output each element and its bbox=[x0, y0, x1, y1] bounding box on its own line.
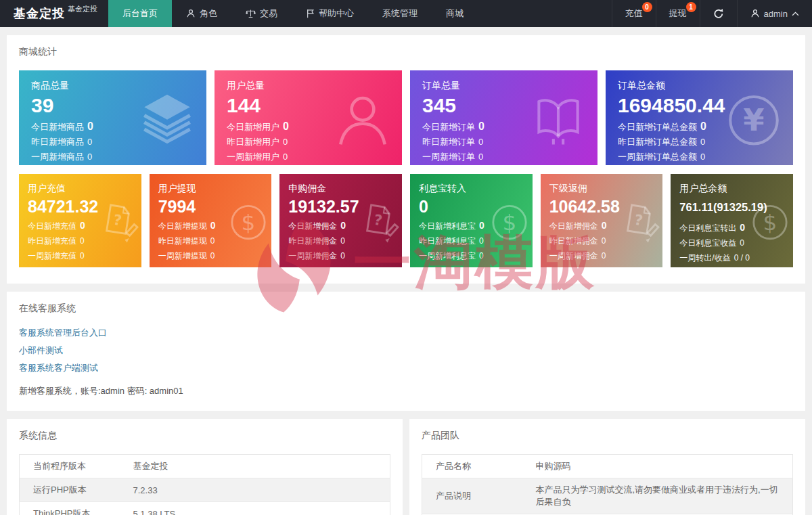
stat-line-label: 昨日新增利息宝 bbox=[419, 236, 476, 246]
service-title: 在线客服系统 bbox=[19, 303, 793, 315]
stat-line-value: 0 bbox=[340, 220, 346, 231]
table-row: 产品说明本产品只为学习测试交流,请勿要做商业或者用于违法行为,一切后果自负 bbox=[422, 478, 793, 514]
stat-line-value: 0 bbox=[479, 236, 484, 246]
stat-card-goods-total: 商品总量39今日新增商品0昨日新增商品0一周新增商品0 bbox=[19, 70, 206, 165]
stat-line-value: 0 bbox=[87, 152, 92, 162]
stat-line-value: 0 bbox=[479, 220, 484, 231]
book-icon bbox=[527, 89, 589, 152]
stat-line-label: 一周新增充值 bbox=[28, 251, 76, 261]
stat-line-label: 今日新增充值 bbox=[28, 221, 76, 231]
dollar-icon: $ bbox=[748, 201, 792, 244]
stat-line-label: 昨日新增订单 bbox=[422, 137, 475, 147]
service-link-3[interactable]: 客服系统客户端测试 bbox=[19, 362, 793, 374]
svg-text:$: $ bbox=[502, 210, 516, 236]
admin-menu[interactable]: admin bbox=[737, 0, 812, 27]
stat-line-label: 今日新增佣金 bbox=[549, 221, 598, 231]
stat-card-purchase-commission: 申购佣金19132.57今日新增佣金0昨日新增佣金0一周新增佣金0? bbox=[279, 174, 402, 267]
app-title: 基金定投 bbox=[14, 5, 65, 22]
nav-item-label: 角色 bbox=[200, 7, 217, 20]
scales-icon bbox=[246, 9, 256, 18]
stat-line-label: 今日新增佣金 bbox=[288, 221, 337, 231]
recharge-button[interactable]: 充值 0 bbox=[612, 0, 656, 27]
nav-item-label: 系统管理 bbox=[382, 7, 418, 20]
stat-line-value: 0 bbox=[340, 251, 345, 261]
stat-line-value: 0 bbox=[700, 137, 705, 147]
svg-text:?: ? bbox=[373, 211, 384, 229]
stat-line-value: 0 bbox=[80, 251, 85, 261]
svg-text:?: ? bbox=[112, 211, 122, 229]
doc-icon: ? bbox=[618, 201, 661, 244]
stat-line-value: 0 bbox=[80, 220, 85, 231]
row-label: 产品说明 bbox=[422, 478, 529, 514]
mall-stats-panel: 商城统计 商品总量39今日新增商品0昨日新增商品0一周新增商品0用户总量144今… bbox=[7, 35, 805, 284]
nav-item-label: 后台首页 bbox=[122, 7, 158, 20]
mall-stats-title: 商城统计 bbox=[19, 46, 793, 58]
stat-line-label: 昨日新增佣金 bbox=[549, 236, 598, 246]
bottom-row: 系统信息 当前程序版本基金定投运行PHP版本7.2.33ThinkPHP版本5.… bbox=[7, 419, 805, 515]
stat-line-label: 今日新增利息宝 bbox=[419, 221, 476, 231]
stat-line-label: 今日利息宝转出 bbox=[679, 223, 736, 233]
recharge-label: 充值 bbox=[625, 7, 643, 20]
stat-line-label: 一周新增订单 bbox=[422, 152, 475, 162]
dollar-icon: $ bbox=[488, 201, 531, 244]
table-row: 当前程序版本基金定投 bbox=[20, 455, 390, 478]
stat-line-value: 0 bbox=[340, 236, 345, 246]
big-stat-cards: 商品总量39今日新增商品0昨日新增商品0一周新增商品0用户总量144今日新增用户… bbox=[19, 70, 793, 165]
svg-text:?: ? bbox=[633, 211, 644, 229]
nav-item-role[interactable]: 角色 bbox=[172, 0, 231, 27]
stat-line-value: 0 bbox=[700, 152, 705, 162]
nav-item-label: 交易 bbox=[260, 7, 277, 20]
stat-line-value: 0 bbox=[602, 251, 606, 261]
app-logo: 基金定投 基金定投 bbox=[0, 0, 108, 27]
page-content: 商城统计 商品总量39今日新增商品0昨日新增商品0一周新增商品0用户总量144今… bbox=[0, 27, 812, 515]
stat-card-interest-in: 利息宝转入0今日新增利息宝0昨日新增利息宝0一周新增利息宝0$ bbox=[410, 174, 533, 267]
nav-item-label: 商城 bbox=[446, 7, 464, 20]
user-icon bbox=[750, 9, 760, 18]
table-row: 产品名称申购源码 bbox=[422, 455, 793, 478]
svg-text:$: $ bbox=[242, 210, 256, 236]
stat-card-line: 一周新增充值0 bbox=[28, 250, 133, 262]
chevron-up-icon bbox=[792, 12, 799, 16]
recharge-badge: 0 bbox=[642, 2, 652, 12]
nav-item-home[interactable]: 后台首页 bbox=[108, 0, 172, 27]
person-icon bbox=[332, 89, 394, 152]
stat-card-title: 利息宝转入 bbox=[419, 183, 524, 195]
service-link-1[interactable]: 客服系统管理后台入口 bbox=[19, 327, 793, 339]
stat-line-value: 0 bbox=[210, 251, 215, 261]
row-value: 基金定投 bbox=[127, 455, 390, 478]
nav-item-system[interactable]: 系统管理 bbox=[368, 0, 432, 27]
product-team-panel: 产品团队 产品名称申购源码产品说明本产品只为学习测试交流,请勿要做商业或者用于违… bbox=[409, 419, 805, 515]
service-links: 客服系统管理后台入口小部件测试客服系统客户端测试 bbox=[19, 327, 793, 374]
stat-line-label: 一周新增订单总金额 bbox=[618, 152, 697, 162]
service-link-2[interactable]: 小部件测试 bbox=[19, 344, 793, 357]
table-row: 运行PHP版本7.2.33 bbox=[20, 478, 390, 502]
stat-line-label: 一周新增佣金 bbox=[549, 251, 598, 261]
stat-card-line: 一周新增用户0 bbox=[227, 151, 390, 163]
stat-card-title: 用户充值 bbox=[28, 183, 133, 195]
stat-line-label: 今日新增订单 bbox=[422, 122, 475, 132]
stat-line-value: 0 / 0 bbox=[734, 253, 750, 263]
nav-item-trade[interactable]: 交易 bbox=[231, 0, 292, 27]
yen-icon: ¥ bbox=[723, 89, 785, 152]
service-note: 新增客服系统，账号:admin 密码: admin01 bbox=[19, 385, 793, 397]
refresh-button[interactable] bbox=[700, 0, 737, 27]
stat-card-line: 一周新增订单0 bbox=[422, 151, 585, 163]
withdraw-label: 提现 bbox=[669, 7, 687, 20]
stat-line-label: 昨日新增佣金 bbox=[288, 236, 337, 246]
nav-item-mall[interactable]: 商城 bbox=[432, 0, 478, 27]
main-menu: 后台首页角色交易帮助中心系统管理商城 bbox=[108, 0, 478, 27]
stat-line-value: 0 bbox=[80, 236, 85, 246]
stat-line-value: 0 bbox=[478, 152, 483, 162]
nav-item-help[interactable]: 帮助中心 bbox=[292, 0, 368, 27]
stat-line-value: 0 bbox=[283, 137, 288, 147]
row-label: 运行PHP版本 bbox=[20, 478, 127, 502]
stat-card-orders-total: 订单总量345今日新增订单0昨日新增订单0一周新增订单0 bbox=[410, 70, 597, 165]
stat-line-label: 一周新增用户 bbox=[227, 152, 279, 162]
withdraw-button[interactable]: 提现 1 bbox=[656, 0, 700, 27]
stat-line-label: 今日利息宝收益 bbox=[679, 238, 736, 248]
stat-line-label: 一周新增商品 bbox=[31, 152, 84, 162]
stat-line-value: 0 bbox=[210, 220, 216, 231]
stat-card-line: 一周新增商品0 bbox=[31, 151, 194, 163]
svg-text:¥: ¥ bbox=[743, 102, 764, 138]
row-value: 申购源码 bbox=[529, 455, 793, 478]
